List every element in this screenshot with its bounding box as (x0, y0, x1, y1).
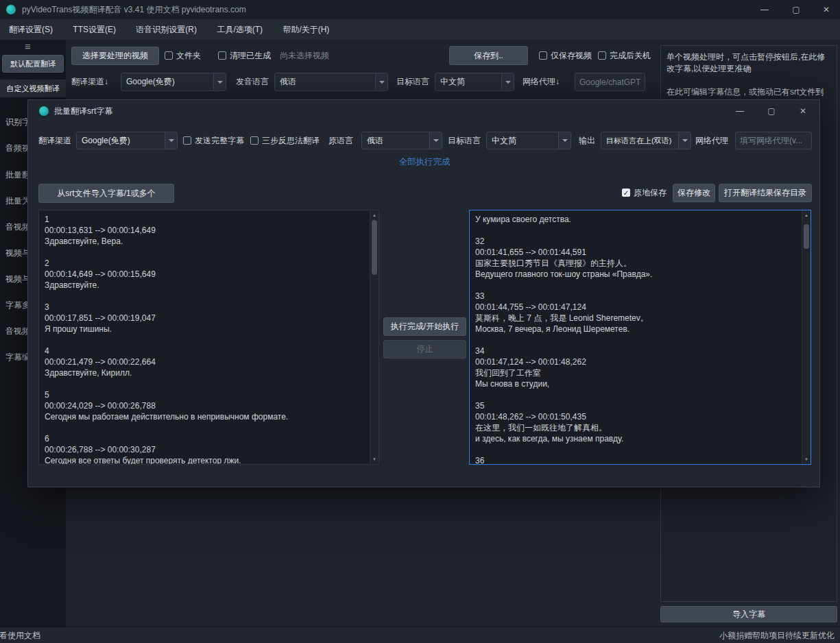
save-video-only-checkbox[interactable]: 仅保存视频 (539, 51, 592, 60)
sidebar-item[interactable]: 音频视 (5, 143, 30, 154)
open-result-dir-button[interactable]: 打开翻译结果保存目录 (719, 184, 812, 202)
dialog-target-lang-select[interactable]: 中文简 (486, 132, 571, 149)
batch-translate-dialog: 批量翻译srt字幕 — ▢ ✕ 翻译渠道 Google(免费) 发送完整字幕 三… (27, 99, 820, 487)
sidebar-item[interactable]: 字幕多 (5, 300, 30, 311)
sidebar-item[interactable]: 视频与 (5, 274, 30, 285)
select-value: Google(免费) (82, 135, 165, 147)
translate-channel-label: 翻译渠道↓ (71, 73, 108, 91)
source-subtitles-textarea[interactable]: 1 00:00:13,631 --> 00:00:14,649 Здравств… (38, 210, 379, 465)
minimize-button[interactable]: — (749, 0, 780, 19)
source-subtitles-text[interactable]: 1 00:00:13,631 --> 00:00:14,649 Здравств… (39, 210, 379, 464)
dialog-icon (39, 106, 49, 116)
dialog-source-lang-select[interactable]: 俄语 (361, 132, 442, 149)
result-scrollbar[interactable]: ▲ ▼ (802, 210, 811, 464)
menu-help-about[interactable]: 帮助/关于(H) (274, 19, 338, 40)
scrollbar-thumb[interactable] (372, 220, 377, 275)
check-icon: ✓ (622, 189, 630, 197)
menu-tools-options[interactable]: 工具/选项(T) (208, 19, 272, 40)
dialog-output-mode-select[interactable]: 目标语言在上(双语) (601, 132, 691, 149)
checkbox-box (218, 51, 226, 60)
save-edit-button[interactable]: 保存修改 (673, 184, 715, 202)
result-subtitles-textarea[interactable]: У кумира своего детства. 32 00:01:41,655… (469, 210, 811, 465)
result-subtitles-text[interactable]: У кумира своего детства. 32 00:01:41,655… (470, 210, 811, 464)
target-language-label: 目标语言 (396, 73, 429, 91)
chevron-down-icon (429, 132, 442, 149)
sidebar-item[interactable]: 视频与 (5, 247, 30, 259)
shutdown-after-checkbox[interactable]: 完成后关机 (598, 51, 651, 60)
doc-link[interactable]: 查看使用文档 (0, 627, 40, 643)
window-title: pyVideoTrans视频翻译配音 v3.41 使用文档 pyvideotra… (22, 0, 246, 19)
voice-language-label: 发音语言 (236, 73, 269, 91)
scroll-up-icon[interactable]: ▲ (802, 211, 811, 219)
dialog-close-button[interactable]: ✕ (788, 101, 818, 121)
source-scrollbar[interactable]: ▲ ▼ (370, 210, 379, 464)
sidebar-item[interactable]: 音视频 (5, 221, 30, 233)
dialog-status-text: 全部执行完成 (28, 156, 821, 168)
app-icon (6, 5, 16, 14)
select-value: Google(免费) (126, 76, 213, 88)
dialog-source-lang-label: 原语言 (328, 132, 353, 149)
clean-generated-checkbox[interactable]: 清理已生成 (218, 51, 271, 60)
dialog-maximize-button[interactable]: ▢ (756, 101, 787, 121)
checkbox-label: 完成后关机 (610, 50, 651, 62)
translate-channel-select[interactable]: Google(免费) (121, 73, 226, 91)
checkbox-label: 文件夹 (176, 50, 201, 62)
chevron-down-icon (501, 73, 514, 90)
chevron-down-icon (678, 132, 691, 149)
checkbox-label: 原地保存 (634, 187, 667, 199)
select-value: 中文简 (492, 135, 558, 147)
checkbox-label: 发送完整字幕 (195, 135, 244, 147)
dialog-channel-select[interactable]: Google(免费) (76, 132, 178, 149)
dialog-minimize-button[interactable]: — (725, 101, 755, 121)
run-translate-button[interactable]: 执行完成/开始执行 (383, 317, 466, 336)
sidebar-item[interactable]: 批量为 (5, 195, 30, 207)
dialog-channel-label: 翻译渠道 (38, 132, 71, 149)
target-language-select[interactable]: 中文简 (435, 73, 514, 91)
send-full-subtitle-checkbox[interactable]: 发送完整字幕 (183, 136, 244, 145)
checkbox-box (539, 51, 547, 60)
select-value: 俄语 (280, 76, 375, 88)
dialog-output-label: 输出 (579, 132, 595, 149)
inplace-save-checkbox[interactable]: ✓ 原地保存 (622, 188, 667, 197)
menu-asr-settings[interactable]: 语音识别设置(R) (127, 19, 206, 40)
folder-checkbox[interactable]: 文件夹 (165, 51, 201, 60)
select-value: 目标语言在上(双语) (606, 136, 678, 146)
no-video-selected-label: 尚未选择视频 (280, 47, 329, 65)
menu-translate-settings[interactable]: 翻译设置(S) (0, 19, 62, 40)
chevron-down-icon (375, 73, 387, 90)
three-step-translate-checkbox[interactable]: 三步反思法翻译 (250, 136, 320, 145)
dialog-proxy-label: 网络代理 (695, 132, 728, 149)
save-to-button[interactable]: 保存到.. (449, 46, 528, 65)
scroll-down-icon[interactable]: ▼ (370, 455, 379, 463)
sidebar-item[interactable]: 识别字 (5, 117, 30, 128)
scroll-down-icon[interactable]: ▼ (802, 455, 811, 463)
checkbox-label: 清理已生成 (230, 50, 271, 62)
checkbox-box (165, 51, 173, 60)
maximize-button[interactable]: ▢ (781, 0, 811, 19)
voice-language-select[interactable]: 俄语 (274, 73, 388, 91)
sidebar-item[interactable]: 音视频 (5, 326, 30, 337)
donate-text: 小额捐赠帮助项目待续更新优化 (719, 627, 835, 643)
chevron-down-icon (165, 132, 177, 149)
checkbox-label: 仅保存视频 (551, 50, 592, 62)
import-srt-button[interactable]: 从srt文件导入字幕/1或多个 (38, 184, 174, 203)
sidebar-item-default-translate[interactable]: 默认配置翻译 (2, 55, 64, 73)
sidebar-item[interactable]: 字幕编 (5, 352, 30, 363)
scrollbar-thumb[interactable] (804, 224, 809, 249)
stop-button[interactable]: 停止 (383, 340, 466, 359)
chevron-down-icon (558, 132, 571, 149)
dialog-proxy-input[interactable] (735, 132, 812, 149)
sidebar-item-custom-video-translate[interactable]: 自定义视频翻译 (0, 80, 66, 97)
menu-tts-settings[interactable]: TTS设置(E) (64, 19, 125, 40)
import-subtitle-button[interactable]: 导入字幕 (660, 606, 837, 622)
status-bar: 查看使用文档 小额捐赠帮助项目待续更新优化 (0, 627, 840, 643)
sidebar-item[interactable]: 批量翻 (5, 169, 30, 181)
select-video-button[interactable]: 选择要处理的视频 (71, 47, 159, 65)
scroll-up-icon[interactable]: ▲ (370, 211, 379, 219)
dialog-target-lang-label: 目标语言 (448, 132, 481, 149)
app-window: pyVideoTrans视频翻译配音 v3.41 使用文档 pyvideotra… (0, 0, 840, 643)
dialog-title: 批量翻译srt字幕 (54, 100, 112, 122)
close-button[interactable]: ✕ (813, 0, 840, 19)
sidebar-collapse-icon[interactable]: ≡ (25, 40, 31, 52)
network-proxy-input[interactable] (575, 73, 645, 91)
